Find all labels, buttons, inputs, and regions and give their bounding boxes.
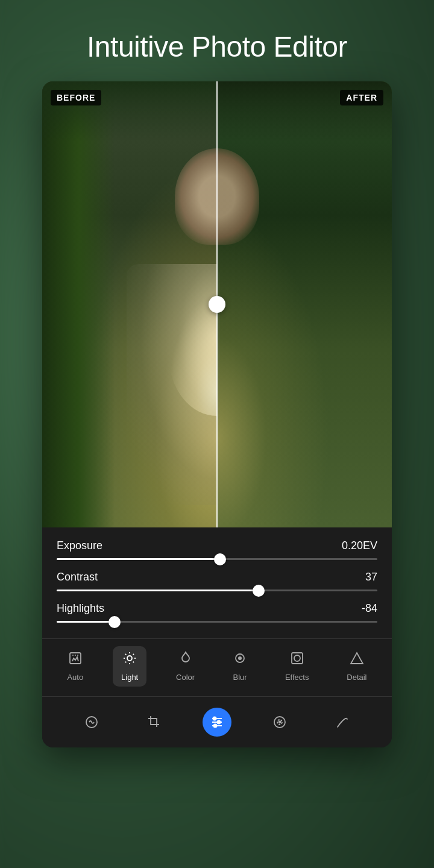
- highlights-slider-row: Highlights -84: [57, 602, 377, 623]
- svg-point-1: [127, 656, 132, 661]
- adjust-button[interactable]: [203, 708, 231, 737]
- exposure-track[interactable]: [57, 558, 377, 560]
- auto-icon: [68, 651, 83, 669]
- contrast-thumb[interactable]: [253, 585, 265, 597]
- tab-blur[interactable]: Blur: [224, 646, 256, 687]
- split-handle[interactable]: [209, 296, 225, 313]
- tab-effects-label: Effects: [285, 673, 309, 682]
- app-title: Intuitive Photo Editor: [87, 30, 347, 63]
- contrast-slider-row: Contrast 37: [57, 571, 377, 591]
- exposure-slider-row: Exposure 0.20EV: [57, 539, 377, 560]
- highlights-thumb[interactable]: [108, 616, 121, 628]
- contrast-fill: [57, 590, 259, 591]
- svg-point-16: [279, 722, 281, 723]
- detail-icon: [350, 651, 364, 669]
- highlights-fill: [57, 621, 115, 623]
- svg-point-12: [218, 721, 221, 724]
- exposure-value: 0.20EV: [342, 539, 377, 552]
- label-after: AFTER: [340, 90, 383, 105]
- editor-card: BEFORE AFTER Exposure 0.20EV Contrast: [42, 81, 392, 747]
- svg-rect-4: [292, 653, 303, 664]
- exposure-thumb[interactable]: [214, 553, 226, 565]
- effects-icon: [290, 651, 304, 669]
- filter-button[interactable]: [77, 708, 106, 737]
- svg-point-13: [214, 725, 217, 728]
- svg-rect-0: [70, 653, 81, 664]
- label-before: BEFORE: [51, 90, 101, 105]
- tab-color[interactable]: Color: [168, 646, 203, 687]
- tab-blur-label: Blur: [233, 673, 247, 682]
- photo-after: [217, 81, 392, 527]
- tab-auto-label: Auto: [67, 673, 83, 682]
- tab-detail-label: Detail: [347, 673, 366, 682]
- highlights-value: -84: [362, 602, 377, 615]
- bottom-toolbar: [42, 696, 392, 747]
- svg-point-11: [213, 717, 216, 720]
- contrast-value: 37: [365, 571, 377, 583]
- svg-point-3: [238, 656, 242, 660]
- tab-detail[interactable]: Detail: [338, 646, 375, 687]
- contrast-track[interactable]: [57, 590, 377, 591]
- controls-area: Exposure 0.20EV Contrast 37: [42, 527, 392, 638]
- tab-effects[interactable]: Effects: [277, 646, 318, 687]
- photo-area: BEFORE AFTER: [42, 81, 392, 527]
- light-icon: [122, 651, 137, 669]
- selective-button[interactable]: [265, 708, 294, 737]
- exposure-label: Exposure: [57, 539, 102, 552]
- crop-button[interactable]: [140, 708, 169, 737]
- tab-color-label: Color: [176, 673, 195, 682]
- tab-light-label: Light: [121, 673, 138, 682]
- exposure-fill: [57, 558, 220, 560]
- tool-tabs: Auto Light Color: [42, 638, 392, 696]
- contrast-label: Contrast: [57, 571, 98, 583]
- highlights-label: Highlights: [57, 602, 104, 615]
- highlights-track[interactable]: [57, 621, 377, 623]
- color-icon: [178, 651, 193, 669]
- svg-marker-6: [351, 653, 363, 664]
- tab-light[interactable]: Light: [113, 646, 146, 687]
- blur-icon: [233, 651, 247, 669]
- tab-auto[interactable]: Auto: [58, 646, 92, 687]
- svg-point-5: [294, 655, 300, 661]
- heal-button[interactable]: [328, 708, 357, 737]
